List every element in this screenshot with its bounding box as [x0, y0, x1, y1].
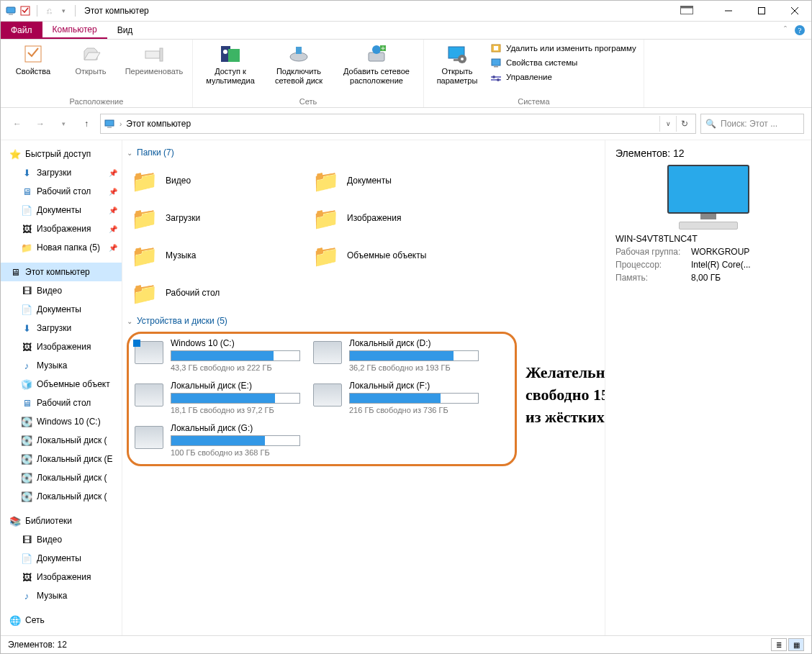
nav-up-button[interactable]: ↑ [77, 114, 96, 133]
folder-downloads[interactable]: 📁Загрузки [130, 199, 311, 237]
drive-icon: 💽 [21, 453, 32, 465]
label: Свойства системы [506, 58, 577, 67]
nav-3dobjects[interactable]: 🧊Объемные объект [1, 375, 122, 394]
search-input[interactable]: 🔍 Поиск: Этот ... [700, 114, 804, 134]
nav-lib-docs[interactable]: 📄Документы [1, 549, 122, 568]
properties-button[interactable]: Свойства [8, 42, 58, 76]
uninstall-item[interactable]: Удалить или изменить программу [490, 42, 636, 54]
collapse-ribbon-icon[interactable]: ˆ [784, 25, 787, 35]
map-drive-button[interactable]: Подключить сетевой диск [268, 42, 330, 85]
open-button[interactable]: Открыть [66, 42, 116, 76]
nav-desktop2[interactable]: 🖥Рабочий стол [1, 394, 122, 412]
rename-button[interactable]: Переименовать [123, 42, 185, 76]
network-icon: 🌐 [9, 614, 21, 626]
chevron-right-icon[interactable]: › [119, 120, 122, 128]
drive-item[interactable]: Локальный диск (G:)100 ГБ свободно из 36… [135, 423, 300, 457]
drive-icon: 💽 [21, 416, 32, 427]
pictures-icon: 📁 [311, 204, 340, 232]
drive-item[interactable]: Windows 10 (C:)43,3 ГБ свободно из 222 Г… [135, 338, 300, 372]
tab-file[interactable]: Файл [1, 22, 42, 39]
nav-ddrive[interactable]: 💽Локальный диск ( [1, 431, 122, 450]
view-details-button[interactable]: ≣ [771, 638, 787, 651]
nav-back-button[interactable]: ← [8, 114, 27, 133]
properties-icon[interactable] [19, 5, 31, 17]
nav-recent-button[interactable]: ▾ [54, 114, 73, 133]
add-netloc-icon: ＋ [365, 42, 388, 65]
ribbon-display-icon[interactable] [676, 1, 698, 21]
address-dropdown-button[interactable]: ∨ [659, 116, 676, 132]
label: Открыть [75, 67, 106, 76]
folder-music[interactable]: 📁Музыка [130, 237, 311, 274]
folder-desktop[interactable]: 📁Рабочий стол [130, 274, 311, 312]
view-tiles-button[interactable]: ▦ [788, 638, 804, 651]
pictures-icon: 🖼 [21, 341, 32, 353]
tab-view[interactable]: Вид [107, 22, 143, 39]
nav-cdrive[interactable]: 💽Windows 10 (C:) [1, 412, 122, 431]
quick-access-toolbar: ⎌ ▾ [1, 5, 72, 17]
qat-dropdown-icon[interactable]: ▾ [58, 5, 69, 17]
svg-rect-0 [6, 7, 15, 13]
nav-network[interactable]: 🌐Сеть [1, 611, 122, 630]
folder-documents[interactable]: 📁Документы [311, 162, 492, 199]
minimize-button[interactable] [712, 1, 745, 21]
close-button[interactable] [778, 1, 811, 21]
maximize-button[interactable] [745, 1, 778, 21]
main-pane[interactable]: ⌄ Папки (7) 📁Видео 📁Документы 📁Загрузки … [122, 140, 605, 635]
drive-item[interactable]: Локальный диск (E:)18,1 ГБ свободно из 9… [135, 381, 300, 414]
nav-pictures[interactable]: 🖼Изображения📌 [1, 219, 122, 238]
nav-documents[interactable]: 📄Документы📌 [1, 201, 122, 219]
drive-name: Локальный диск (E:) [171, 381, 300, 391]
nav-documents2[interactable]: 📄Документы [1, 300, 122, 319]
nav-pane[interactable]: ⭐Быстрый доступ ⬇Загрузки📌 🖥Рабочий стол… [1, 140, 122, 635]
section-folders[interactable]: ⌄ Папки (7) [122, 143, 599, 162]
nav-downloads[interactable]: ⬇Загрузки📌 [1, 163, 122, 182]
svg-rect-29 [492, 59, 500, 65]
nav-lib-music[interactable]: ♪Музыка [1, 586, 122, 605]
pc-icon [104, 118, 115, 130]
nav-libraries[interactable]: 📚Библиотеки [1, 512, 122, 530]
nav-edrive[interactable]: 💽Локальный диск (E [1, 450, 122, 468]
workgroup-value: WORKGROUP [691, 247, 801, 257]
nav-downloads2[interactable]: ⬇Загрузки [1, 319, 122, 337]
address-bar[interactable]: › Этот компьютер ∨ ↻ [100, 114, 696, 134]
nav-newfolder[interactable]: 📁Новая папка (5)📌 [1, 238, 122, 257]
drive-item[interactable]: Локальный диск (F:)216 ГБ свободно из 73… [313, 381, 479, 414]
nav-videos[interactable]: 🎞Видео [1, 281, 122, 300]
drive-usage-bar [171, 350, 300, 361]
nav-forward-button[interactable]: → [31, 114, 50, 133]
label: Устройства и диски (5) [137, 316, 227, 326]
label: Открыть параметры [437, 67, 478, 85]
window-controls [676, 1, 811, 21]
nav-music[interactable]: ♪Музыка [1, 356, 122, 375]
help-icon[interactable]: ? [794, 24, 806, 36]
manage-item[interactable]: Управление [490, 71, 636, 83]
downloads-icon: ⬇ [21, 322, 32, 334]
nav-quick-access[interactable]: ⭐Быстрый доступ [1, 145, 122, 163]
label: Папки (7) [137, 147, 174, 158]
undo-icon[interactable]: ⎌ [43, 5, 55, 17]
nav-this-pc[interactable]: 🖥Этот компьютер [1, 263, 122, 281]
drive-item[interactable]: Локальный диск (D:)36,2 ГБ свободно из 1… [313, 338, 479, 372]
section-drives[interactable]: ⌄ Устройства и диски (5) [122, 312, 599, 330]
svg-rect-35 [105, 120, 114, 126]
nav-gdrive[interactable]: 💽Локальный диск ( [1, 487, 122, 506]
breadcrumb-segment[interactable]: Этот компьютер [126, 119, 191, 129]
documents-icon: 📁 [311, 166, 340, 195]
media-access-button[interactable]: Доступ к мультимедиа [200, 42, 261, 85]
nav-fdrive[interactable]: 💽Локальный диск ( [1, 468, 122, 487]
refresh-button[interactable]: ↻ [676, 116, 693, 132]
nav-lib-videos[interactable]: 🎞Видео [1, 530, 122, 549]
nav-pictures2[interactable]: 🖼Изображения [1, 337, 122, 356]
status-bar: Элементов: 12 ≣ ▦ [1, 635, 811, 653]
folder-3dobjects[interactable]: 📁Объемные объекты [311, 237, 492, 274]
nav-lib-pics[interactable]: 🖼Изображения [1, 568, 122, 586]
add-netloc-button[interactable]: ＋ Добавить сетевое расположение [337, 42, 416, 85]
open-settings-button[interactable]: Открыть параметры [431, 42, 483, 85]
tab-computer[interactable]: Компьютер [42, 22, 107, 39]
system-props-item[interactable]: Свойства системы [490, 57, 636, 68]
documents-icon: 📄 [21, 204, 32, 216]
media-icon [219, 42, 242, 65]
folder-pictures[interactable]: 📁Изображения [311, 199, 492, 237]
nav-desktop[interactable]: 🖥Рабочий стол📌 [1, 182, 122, 201]
folder-videos[interactable]: 📁Видео [130, 162, 311, 199]
